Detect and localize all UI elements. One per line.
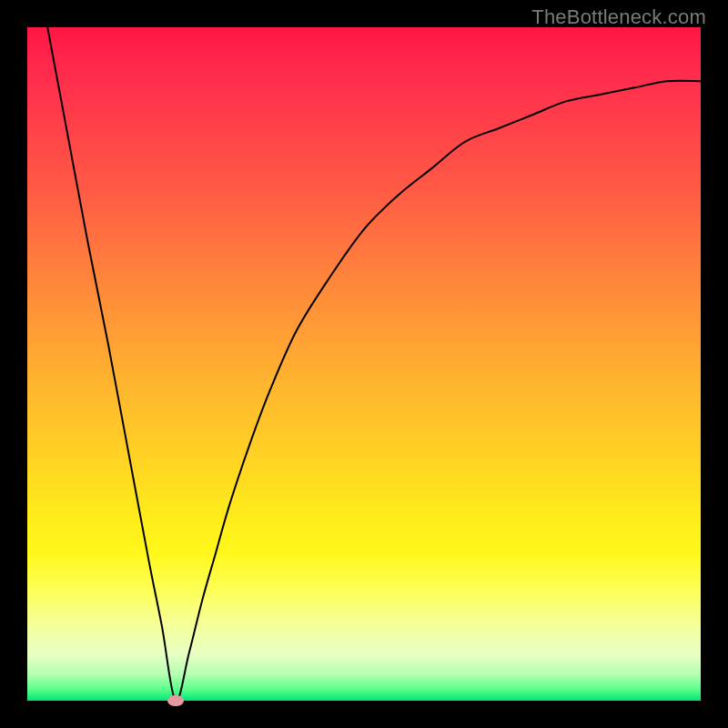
chart-frame: TheBottleneck.com (0, 0, 728, 728)
minimum-marker (167, 695, 184, 706)
curve-svg (27, 27, 701, 701)
plot-area (27, 27, 701, 701)
watermark-text: TheBottleneck.com (531, 5, 706, 29)
bottleneck-curve (47, 27, 701, 701)
